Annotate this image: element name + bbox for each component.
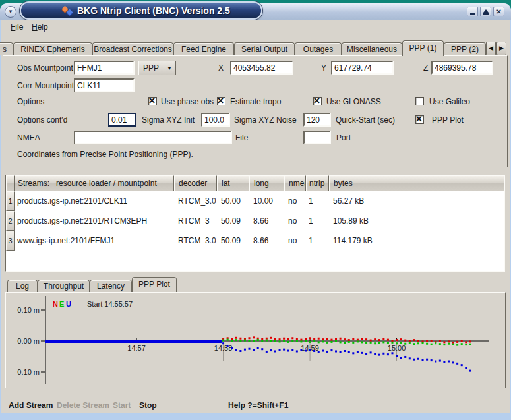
maximize-button[interactable]	[480, 7, 491, 16]
svg-text:14:58: 14:58	[214, 344, 233, 352]
ppp-mode-combobox[interactable]: PPP ▼	[138, 61, 176, 75]
column-header-decoder[interactable]: decoder	[174, 175, 217, 191]
y-label: Y	[321, 61, 326, 75]
tab-clipped[interactable]: s	[0, 42, 13, 55]
nmea-input[interactable]	[74, 131, 232, 144]
app-window: ▼ BKG Ntrip Client (BNC) Version 2.5 ✕ F…	[0, 3, 511, 420]
estimate-tropo-checkbox[interactable]: ✕	[217, 97, 225, 105]
arrow-left-icon: ◀	[489, 45, 493, 51]
cell-bytes: 105.89 kB	[329, 211, 504, 231]
check-mark-icon: ✕	[313, 96, 320, 105]
tab-throughput[interactable]: Throughput	[38, 280, 90, 292]
corr-mountpoint-input[interactable]	[74, 78, 135, 92]
tab-serial-output[interactable]: Serial Output	[234, 42, 295, 55]
ppp-plot-panel: 0.10 m0.00 m-0.10 m14:5714:5814:5915:00N…	[5, 292, 506, 388]
ppp-plot-chart: 0.10 m0.00 m-0.10 m14:5714:5814:5915:00N…	[6, 293, 505, 388]
column-header-bytes[interactable]: bytes	[329, 175, 504, 191]
cell-nmea: no	[284, 211, 306, 231]
chevron-down-icon: ▼	[167, 66, 172, 71]
table-row[interactable]: 1 products.igs-ip.net:2101/CLK11 RTCM_3.…	[6, 191, 504, 211]
tab-rinex-ephemeris[interactable]: RINEX Ephemeris	[13, 42, 92, 55]
cell-long: 10.00	[249, 191, 284, 211]
panel-hint-text: Coordinates from Precise Point Positioni…	[17, 147, 193, 162]
check-mark-icon: ✕	[415, 114, 423, 124]
cell-bytes: 56.27 kB	[329, 191, 504, 211]
tab-feed-engine[interactable]: Feed Engine	[173, 42, 234, 55]
cell-long: 8.66	[249, 231, 284, 251]
tab-latency[interactable]: Latency	[90, 280, 132, 292]
use-galileo-checkbox[interactable]: ✕	[415, 97, 424, 105]
ppp-plot-label: PPP Plot	[432, 113, 464, 127]
row-number[interactable]: 1	[6, 191, 15, 211]
use-glonass-checkbox[interactable]: ✕	[313, 97, 322, 105]
close-button[interactable]: ✕	[493, 7, 504, 16]
svg-text:0.10 m: 0.10 m	[17, 306, 40, 314]
bnc-app-icon	[62, 5, 73, 16]
sigma-xyz-noise-input[interactable]	[201, 113, 230, 127]
minimize-icon	[470, 13, 475, 15]
chevron-down-icon: ▼	[8, 9, 13, 15]
cell-decoder: RTCM_3.0	[174, 231, 217, 251]
obs-mountpoint-input[interactable]	[74, 61, 135, 75]
z-coordinate-input[interactable]	[431, 61, 493, 75]
tab-ppp-1[interactable]: PPP (1)	[402, 40, 444, 56]
svg-text:N: N	[53, 300, 58, 308]
cell-decoder: RTCM_3.0	[174, 191, 217, 211]
use-phase-obs-label: Use phase obs	[161, 96, 214, 107]
cell-nmea: no	[284, 191, 306, 211]
quick-start-input[interactable]	[303, 113, 331, 127]
svg-text:U: U	[66, 300, 71, 308]
check-mark-icon: ✕	[217, 96, 224, 105]
y-coordinate-input[interactable]	[331, 61, 394, 75]
port-label: Port	[336, 131, 351, 145]
use-phase-obs-checkbox[interactable]: ✕	[148, 97, 157, 105]
column-header-lat[interactable]: lat	[217, 175, 249, 191]
titlebar[interactable]: ▼ BKG Ntrip Client (BNC) Version 2.5 ✕	[0, 3, 511, 20]
tab-log[interactable]: Log	[7, 280, 38, 292]
svg-text:E: E	[59, 300, 64, 308]
cell-mountpoint: products.igs-ip.net:2101/RTCM3EPH	[15, 211, 174, 231]
sigma-xyz-init-input[interactable]	[108, 113, 136, 127]
tab-broadcast-corrections[interactable]: Broadcast Corrections	[92, 42, 173, 55]
svg-text:-0.10 m: -0.10 m	[15, 368, 40, 376]
use-glonass-label: Use GLONASS	[326, 96, 381, 107]
table-row[interactable]: 3 www.igs-ip.net:2101/FFMJ1 RTCM_3.0 50.…	[6, 231, 504, 251]
table-row[interactable]: 2 products.igs-ip.net:2101/RTCM3EPH RTCM…	[6, 211, 504, 231]
svg-text:15:00: 15:00	[388, 344, 406, 352]
obs-mountpoint-label: Obs Mountpoint	[17, 61, 73, 75]
minimize-button[interactable]	[467, 7, 478, 16]
window-menu-button[interactable]: ▼	[5, 6, 16, 18]
cell-mountpoint: www.igs-ip.net:2101/FFMJ1	[15, 231, 174, 251]
tab-miscellaneous[interactable]: Miscellaneous	[342, 42, 402, 55]
add-stream-button[interactable]: Add Stream	[9, 399, 53, 412]
tab-scroll-left-button[interactable]: ◀	[486, 42, 496, 55]
column-header-mountpoint[interactable]: Streams: resource loader / mountpoint	[15, 175, 174, 191]
column-header-long[interactable]: long	[249, 175, 284, 191]
start-button[interactable]: Start	[113, 399, 131, 412]
quick-start-label: Quick-Start (sec)	[336, 113, 395, 127]
sigma-xyz-noise-label: Sigma XYZ Noise	[234, 113, 297, 127]
menu-help[interactable]: Help	[30, 22, 50, 32]
maximize-icon	[483, 9, 489, 13]
ppp-plot-checkbox[interactable]: ✕	[415, 115, 424, 124]
tab-ppp-2[interactable]: PPP (2)	[444, 42, 486, 55]
stop-button[interactable]: Stop	[139, 399, 157, 412]
delete-stream-button[interactable]: Delete Stream	[57, 399, 109, 412]
column-header-nmea[interactable]: nmea	[284, 175, 306, 191]
row-number[interactable]: 2	[6, 211, 15, 231]
tab-outages[interactable]: Outages	[295, 42, 342, 55]
file-input[interactable]	[303, 131, 331, 144]
cell-ntrip: 1	[306, 231, 329, 251]
column-header-ntrip[interactable]: ntrip	[306, 175, 329, 191]
cell-ntrip: 1	[306, 191, 329, 211]
row-number[interactable]: 3	[6, 231, 15, 251]
combo-dropdown-button[interactable]: ▼	[164, 62, 175, 74]
cell-lat: 50.00	[217, 191, 249, 211]
sigma-xyz-init-label: Sigma XYZ Init	[142, 113, 195, 127]
menu-file[interactable]: File	[9, 22, 25, 32]
tab-ppp-plot[interactable]: PPP Plot	[132, 277, 177, 292]
use-galileo-label: Use Galileo	[429, 96, 470, 107]
tab-scroll-right-button[interactable]: ▶	[496, 42, 506, 55]
streams-table: Streams: resource loader / mountpoint de…	[5, 175, 505, 272]
x-coordinate-input[interactable]	[230, 61, 293, 75]
